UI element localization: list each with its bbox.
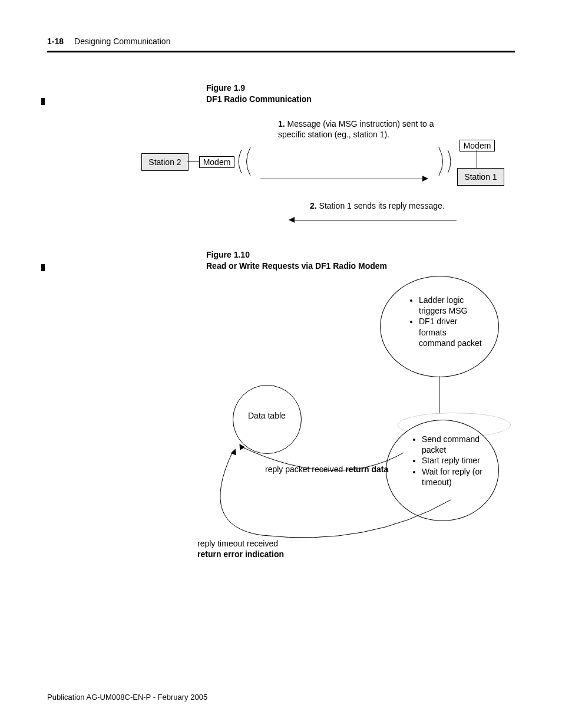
figure-label: Figure 1.9 <box>206 83 312 94</box>
figure-1-10-title: Figure 1.10 Read or Write Requests via D… <box>206 249 387 272</box>
step2-number: 2. <box>310 201 317 210</box>
header-rule <box>47 51 515 52</box>
station2-box: Station 2 <box>141 153 189 171</box>
arrow-line <box>439 376 439 414</box>
figure-label: Figure 1.10 <box>206 249 387 261</box>
arrow-line <box>295 220 457 220</box>
list-item: Ladder logic triggers MSG <box>419 295 485 316</box>
edge-text-bold: return error indication <box>197 549 284 559</box>
figure-caption: DF1 Radio Communication <box>206 94 312 105</box>
node-ladder-logic-text: Ladder logic triggers MSG DF1 driver for… <box>408 295 485 348</box>
connector-line <box>477 150 477 168</box>
station2-label: Station 2 <box>148 157 181 167</box>
modem-left-box: Modem <box>199 156 234 168</box>
publication-footer: Publication AG-UM008C-EN-P - February 20… <box>47 693 207 701</box>
figure-1-9-title: Figure 1.9 DF1 Radio Communication <box>206 83 312 105</box>
edge-text: reply timeout received <box>197 538 284 549</box>
modem-right-label: Modem <box>464 141 491 150</box>
change-bar <box>41 98 45 105</box>
arrowhead-left-icon <box>289 217 295 223</box>
step2-text: Station 1 sends its reply message. <box>319 201 445 210</box>
figure-caption: Read or Write Requests via DF1 Radio Mod… <box>206 261 387 272</box>
modem-right-box: Modem <box>459 140 495 151</box>
change-bar <box>41 264 45 271</box>
station1-box: Station 1 <box>457 168 504 186</box>
arrow-line <box>260 179 422 179</box>
radio-waves-right-icon <box>430 147 454 176</box>
connector-line <box>187 162 199 162</box>
page-number: 1-18 <box>47 37 64 46</box>
step1-number: 1. <box>278 119 285 129</box>
figure-1-10: Ladder logic triggers MSG DF1 driver for… <box>197 276 527 571</box>
radio-waves-left-icon <box>236 147 259 176</box>
section-title: Designing Communication <box>74 37 170 46</box>
station1-label: Station 1 <box>464 172 497 182</box>
edge-reply-timeout: reply timeout received return error indi… <box>197 538 284 559</box>
modem-left-label: Modem <box>203 157 231 167</box>
list-item: DF1 driver formats command packet <box>419 316 485 348</box>
arrowhead-right-icon <box>422 176 428 182</box>
figure-1-9: 1. Message (via MSG instruction) sent to… <box>141 115 507 233</box>
node-data-table-text: Data table <box>248 410 286 421</box>
step1-text: Message (via MSG instruction) sent to a … <box>278 119 434 139</box>
arrow-curve-long-icon <box>191 447 462 547</box>
